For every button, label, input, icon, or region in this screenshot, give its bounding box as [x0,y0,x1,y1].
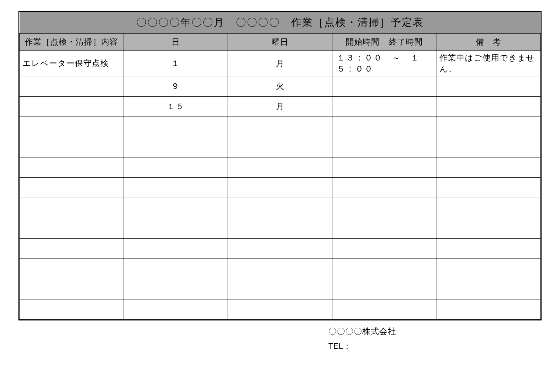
header-row: 作業［点検・清掃］内容 日 曜日 開始時間 終了時間 備 考 [20,34,541,51]
cell-note [436,157,541,178]
table-row [20,279,541,299]
cell-dow [228,239,332,259]
cell-day [124,137,228,157]
cell-content [20,239,124,259]
cell-dow [228,259,332,279]
cell-content [20,259,124,279]
header-time: 開始時間 終了時間 [332,34,436,51]
page-title: 〇〇〇〇年〇〇月 〇〇〇〇 作業［点検・清掃］予定表 [20,12,541,34]
cell-note [436,76,541,97]
header-end-time: 終了時間 [389,37,423,48]
cell-day [124,259,228,279]
schedule-table: 〇〇〇〇年〇〇月 〇〇〇〇 作業［点検・清掃］予定表 作業［点検・清掃］内容 日… [19,12,541,320]
cell-note [436,137,541,157]
title-row: 〇〇〇〇年〇〇月 〇〇〇〇 作業［点検・清掃］予定表 [20,12,541,34]
cell-dow [228,137,332,157]
cell-time [332,117,436,137]
cell-note [436,178,541,198]
table-body: エレベーター保守点検１月１３：００ ～ １５：００作業中はご使用できません。９火… [20,51,541,320]
table-row: １５月 [20,97,541,117]
cell-time [332,239,436,259]
cell-day [124,279,228,299]
cell-content [20,279,124,299]
cell-day [124,239,228,259]
cell-day [124,157,228,178]
cell-note: 作業中はご使用できません。 [436,51,541,76]
table-row [20,157,541,178]
table-row: エレベーター保守点検１月１３：００ ～ １５：００作業中はご使用できません。 [20,51,541,76]
company-name: 〇〇〇〇株式会社 [328,324,542,339]
cell-note [436,218,541,239]
table-row: ９火 [20,76,541,97]
table-row [20,137,541,157]
cell-content [20,137,124,157]
header-note: 備 考 [436,34,541,51]
cell-content [20,218,124,239]
cell-time [332,97,436,117]
cell-content [20,198,124,218]
cell-day [124,299,228,320]
cell-day [124,178,228,198]
cell-dow [228,299,332,320]
cell-time [332,76,436,97]
cell-content [20,157,124,178]
footer: 〇〇〇〇株式会社 TEL： [18,324,542,353]
cell-day [124,218,228,239]
cell-content [20,299,124,320]
cell-day: １ [124,51,228,76]
cell-content [20,97,124,117]
cell-content [20,117,124,137]
cell-dow: 火 [228,76,332,97]
cell-dow [228,157,332,178]
cell-time [332,218,436,239]
tel-label: TEL： [328,341,351,351]
cell-time [332,279,436,299]
cell-time [332,299,436,320]
cell-dow [228,117,332,137]
cell-time [332,137,436,157]
header-dow: 曜日 [228,34,332,51]
tel-line: TEL： [328,339,542,354]
schedule-table-container: 〇〇〇〇年〇〇月 〇〇〇〇 作業［点検・清掃］予定表 作業［点検・清掃］内容 日… [18,11,542,320]
cell-note [436,279,541,299]
cell-time [332,198,436,218]
header-content: 作業［点検・清掃］内容 [20,34,124,51]
cell-note [436,117,541,137]
header-day: 日 [124,34,228,51]
cell-day [124,198,228,218]
table-row [20,178,541,198]
cell-content [20,178,124,198]
cell-dow [228,218,332,239]
cell-dow: 月 [228,97,332,117]
cell-time [332,178,436,198]
table-row [20,218,541,239]
cell-time: １３：００ ～ １５：００ [332,51,436,76]
header-start-time: 開始時間 [346,37,380,48]
cell-note [436,299,541,320]
cell-dow [228,279,332,299]
table-row [20,117,541,137]
cell-note [436,259,541,279]
cell-time [332,259,436,279]
cell-dow [228,178,332,198]
cell-content [20,76,124,97]
table-row [20,299,541,320]
cell-day: ９ [124,76,228,97]
cell-note [436,97,541,117]
table-row [20,239,541,259]
cell-content: エレベーター保守点検 [20,51,124,76]
cell-note [436,198,541,218]
cell-day: １５ [124,97,228,117]
table-row [20,259,541,279]
cell-note [436,239,541,259]
cell-dow [228,198,332,218]
cell-day [124,117,228,137]
table-row [20,198,541,218]
cell-dow: 月 [228,51,332,76]
cell-time [332,157,436,178]
